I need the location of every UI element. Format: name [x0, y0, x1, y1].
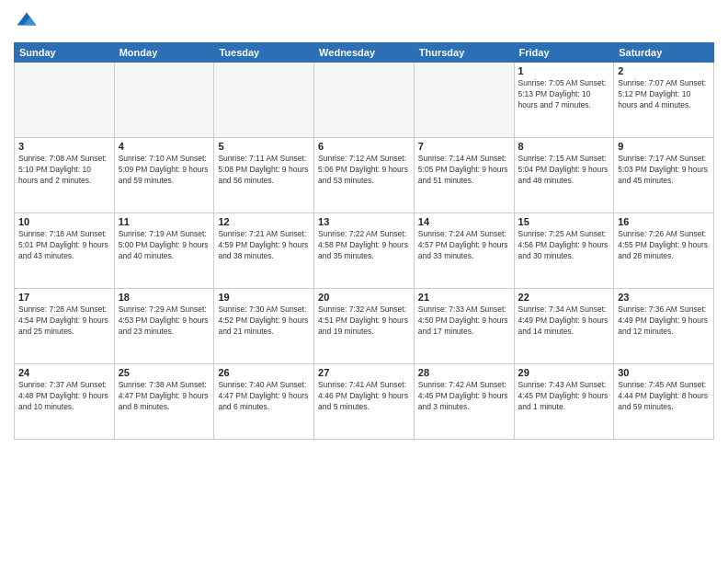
weekday-header: Tuesday — [214, 43, 314, 63]
day-info: Sunrise: 7:18 AM Sunset: 5:01 PM Dayligh… — [18, 229, 110, 262]
day-number: 6 — [318, 141, 410, 152]
calendar-cell: 27Sunrise: 7:41 AM Sunset: 4:46 PM Dayli… — [314, 364, 415, 440]
weekday-header: Friday — [514, 43, 614, 63]
day-info: Sunrise: 7:24 AM Sunset: 4:57 PM Dayligh… — [418, 229, 510, 262]
day-info: Sunrise: 7:45 AM Sunset: 4:44 PM Dayligh… — [618, 380, 710, 413]
day-info: Sunrise: 7:41 AM Sunset: 4:46 PM Dayligh… — [318, 380, 410, 413]
weekday-header: Saturday — [614, 43, 714, 63]
day-info: Sunrise: 7:34 AM Sunset: 4:49 PM Dayligh… — [518, 304, 610, 338]
calendar-cell: 15Sunrise: 7:25 AM Sunset: 4:56 PM Dayli… — [514, 213, 614, 289]
calendar-cell: 29Sunrise: 7:43 AM Sunset: 4:45 PM Dayli… — [514, 364, 614, 440]
calendar-cell: 3Sunrise: 7:08 AM Sunset: 5:10 PM Daylig… — [15, 138, 115, 213]
calendar-cell: 23Sunrise: 7:36 AM Sunset: 4:49 PM Dayli… — [614, 289, 714, 364]
calendar-cell: 12Sunrise: 7:21 AM Sunset: 4:59 PM Dayli… — [214, 213, 314, 289]
day-number: 26 — [218, 367, 310, 378]
day-number: 13 — [318, 216, 410, 227]
day-number: 17 — [18, 292, 110, 303]
day-number: 5 — [218, 141, 310, 152]
calendar-cell: 7Sunrise: 7:14 AM Sunset: 5:05 PM Daylig… — [414, 138, 514, 213]
calendar-header-row: SundayMondayTuesdayWednesdayThursdayFrid… — [15, 43, 714, 63]
day-info: Sunrise: 7:05 AM Sunset: 5:13 PM Dayligh… — [518, 78, 610, 111]
day-number: 30 — [618, 367, 710, 378]
calendar-cell: 22Sunrise: 7:34 AM Sunset: 4:49 PM Dayli… — [514, 289, 614, 364]
day-info: Sunrise: 7:11 AM Sunset: 5:08 PM Dayligh… — [218, 154, 310, 187]
day-number: 8 — [518, 141, 610, 152]
day-info: Sunrise: 7:17 AM Sunset: 5:03 PM Dayligh… — [618, 154, 710, 187]
calendar-cell: 4Sunrise: 7:10 AM Sunset: 5:09 PM Daylig… — [114, 138, 214, 213]
day-info: Sunrise: 7:29 AM Sunset: 4:53 PM Dayligh… — [119, 304, 210, 338]
calendar-cell: 11Sunrise: 7:19 AM Sunset: 5:00 PM Dayli… — [114, 213, 214, 289]
day-info: Sunrise: 7:37 AM Sunset: 4:48 PM Dayligh… — [18, 380, 110, 413]
day-info: Sunrise: 7:12 AM Sunset: 5:06 PM Dayligh… — [318, 154, 410, 187]
calendar-cell: 14Sunrise: 7:24 AM Sunset: 4:57 PM Dayli… — [414, 213, 514, 289]
calendar-cell: 1Sunrise: 7:05 AM Sunset: 5:13 PM Daylig… — [514, 63, 614, 138]
day-info: Sunrise: 7:32 AM Sunset: 4:51 PM Dayligh… — [318, 304, 410, 338]
day-info: Sunrise: 7:08 AM Sunset: 5:10 PM Dayligh… — [18, 154, 110, 187]
day-number: 14 — [418, 216, 510, 227]
calendar-cell: 8Sunrise: 7:15 AM Sunset: 5:04 PM Daylig… — [514, 138, 614, 213]
day-number: 21 — [418, 292, 510, 303]
day-number: 7 — [418, 141, 510, 152]
weekday-header: Monday — [114, 43, 214, 63]
logo — [14, 9, 43, 35]
calendar-week-row: 1Sunrise: 7:05 AM Sunset: 5:13 PM Daylig… — [15, 63, 714, 138]
day-info: Sunrise: 7:14 AM Sunset: 5:05 PM Dayligh… — [418, 154, 510, 187]
calendar-week-row: 3Sunrise: 7:08 AM Sunset: 5:10 PM Daylig… — [15, 138, 714, 213]
calendar-cell: 13Sunrise: 7:22 AM Sunset: 4:58 PM Dayli… — [314, 213, 415, 289]
header — [14, 9, 714, 35]
day-number: 19 — [218, 292, 310, 303]
calendar-cell — [214, 63, 314, 138]
calendar-cell: 6Sunrise: 7:12 AM Sunset: 5:06 PM Daylig… — [314, 138, 415, 213]
day-info: Sunrise: 7:07 AM Sunset: 5:12 PM Dayligh… — [618, 78, 710, 111]
calendar-cell — [414, 63, 514, 138]
day-info: Sunrise: 7:42 AM Sunset: 4:45 PM Dayligh… — [418, 380, 510, 413]
day-number: 16 — [618, 216, 710, 227]
day-number: 11 — [119, 216, 210, 227]
day-number: 29 — [518, 367, 610, 378]
calendar-cell: 24Sunrise: 7:37 AM Sunset: 4:48 PM Dayli… — [15, 364, 115, 440]
day-number: 10 — [18, 216, 110, 227]
day-number: 2 — [618, 65, 710, 76]
calendar-cell — [15, 63, 115, 138]
day-number: 4 — [119, 141, 210, 152]
day-number: 18 — [119, 292, 210, 303]
day-number: 9 — [618, 141, 710, 152]
calendar-week-row: 17Sunrise: 7:28 AM Sunset: 4:54 PM Dayli… — [15, 289, 714, 364]
calendar-cell — [314, 63, 415, 138]
calendar-cell: 25Sunrise: 7:38 AM Sunset: 4:47 PM Dayli… — [114, 364, 214, 440]
day-number: 28 — [418, 367, 510, 378]
calendar-cell: 16Sunrise: 7:26 AM Sunset: 4:55 PM Dayli… — [614, 213, 714, 289]
day-info: Sunrise: 7:38 AM Sunset: 4:47 PM Dayligh… — [119, 380, 210, 413]
weekday-header: Thursday — [414, 43, 514, 63]
day-number: 25 — [119, 367, 210, 378]
day-info: Sunrise: 7:33 AM Sunset: 4:50 PM Dayligh… — [418, 304, 510, 338]
day-info: Sunrise: 7:25 AM Sunset: 4:56 PM Dayligh… — [518, 229, 610, 262]
day-number: 1 — [518, 65, 610, 76]
day-info: Sunrise: 7:21 AM Sunset: 4:59 PM Dayligh… — [218, 229, 310, 262]
calendar-cell: 18Sunrise: 7:29 AM Sunset: 4:53 PM Dayli… — [114, 289, 214, 364]
day-number: 20 — [318, 292, 410, 303]
day-info: Sunrise: 7:15 AM Sunset: 5:04 PM Dayligh… — [518, 154, 610, 187]
day-info: Sunrise: 7:28 AM Sunset: 4:54 PM Dayligh… — [18, 304, 110, 338]
day-number: 23 — [618, 292, 710, 303]
day-number: 12 — [218, 216, 310, 227]
day-info: Sunrise: 7:19 AM Sunset: 5:00 PM Dayligh… — [119, 229, 210, 262]
day-number: 3 — [18, 141, 110, 152]
day-number: 22 — [518, 292, 610, 303]
day-info: Sunrise: 7:26 AM Sunset: 4:55 PM Dayligh… — [618, 229, 710, 262]
calendar-cell: 28Sunrise: 7:42 AM Sunset: 4:45 PM Dayli… — [414, 364, 514, 440]
day-info: Sunrise: 7:43 AM Sunset: 4:45 PM Dayligh… — [518, 380, 610, 413]
day-info: Sunrise: 7:40 AM Sunset: 4:47 PM Dayligh… — [218, 380, 310, 413]
calendar-cell: 10Sunrise: 7:18 AM Sunset: 5:01 PM Dayli… — [15, 213, 115, 289]
calendar-cell: 19Sunrise: 7:30 AM Sunset: 4:52 PM Dayli… — [214, 289, 314, 364]
calendar-cell: 20Sunrise: 7:32 AM Sunset: 4:51 PM Dayli… — [314, 289, 415, 364]
calendar-table: SundayMondayTuesdayWednesdayThursdayFrid… — [14, 42, 714, 440]
logo-icon — [14, 9, 40, 35]
day-number: 24 — [18, 367, 110, 378]
calendar-cell: 17Sunrise: 7:28 AM Sunset: 4:54 PM Dayli… — [15, 289, 115, 364]
calendar-cell: 5Sunrise: 7:11 AM Sunset: 5:08 PM Daylig… — [214, 138, 314, 213]
day-info: Sunrise: 7:30 AM Sunset: 4:52 PM Dayligh… — [218, 304, 310, 338]
calendar-week-row: 24Sunrise: 7:37 AM Sunset: 4:48 PM Dayli… — [15, 364, 714, 440]
calendar-cell: 2Sunrise: 7:07 AM Sunset: 5:12 PM Daylig… — [614, 63, 714, 138]
calendar-week-row: 10Sunrise: 7:18 AM Sunset: 5:01 PM Dayli… — [15, 213, 714, 289]
